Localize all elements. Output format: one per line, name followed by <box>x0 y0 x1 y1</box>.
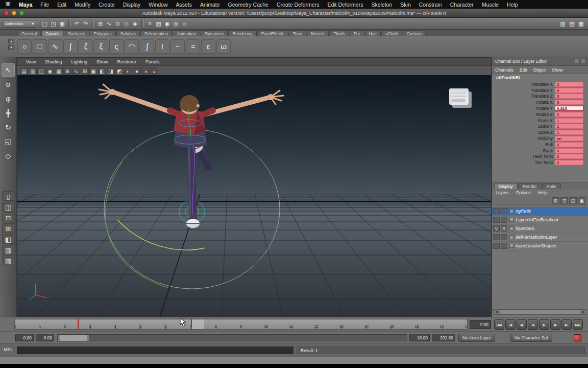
viewport-menu-panels[interactable]: Panels <box>141 59 164 64</box>
shelf-tab-deformation[interactable]: Deformation <box>140 30 172 36</box>
film-gate-icon[interactable]: ▣ <box>89 67 97 75</box>
channel-box-menu-object[interactable]: Object <box>530 67 549 73</box>
step-back-frame-button[interactable]: |◀ <box>505 319 516 330</box>
move-tool-icon[interactable]: ╋ <box>2 106 15 120</box>
channel-value[interactable]: 0 <box>555 100 583 105</box>
layer-color-swatch[interactable] <box>509 218 513 222</box>
layout-four-pane-icon[interactable]: ⊞ <box>2 223 14 233</box>
shelf-tab-toon[interactable]: Toon <box>289 30 306 36</box>
last-tool-icon[interactable]: ◇ <box>2 149 15 163</box>
shelf-tab-general[interactable]: General <box>17 30 41 36</box>
make-live-icon[interactable]: ◈ <box>131 19 139 28</box>
tool-settings-toggle-icon[interactable]: ▤ <box>568 19 576 28</box>
layout-single-pane-icon[interactable]: ▯ <box>2 191 14 201</box>
play-forwards-button[interactable]: ▶ <box>539 319 549 330</box>
construction-history-icon[interactable]: ≡ <box>145 19 154 28</box>
grid-toggle-icon[interactable]: ⊞ <box>81 67 89 75</box>
shelf-tab-polygons[interactable]: Polygons <box>90 30 116 36</box>
layer-visibility-toggle[interactable] <box>493 217 500 223</box>
menu-edit[interactable]: Edit <box>53 2 70 8</box>
new-empty-layer-icon[interactable]: ⊞ <box>552 197 559 204</box>
layer-row[interactable]: delForMalcolmLayer <box>492 233 588 242</box>
current-time-field[interactable]: 7.00 <box>470 320 491 329</box>
command-language-toggle[interactable]: MEL <box>4 347 13 352</box>
render-view-icon[interactable]: ▤ <box>154 19 163 28</box>
menu-modify[interactable]: Modify <box>70 2 94 8</box>
snap-to-grid-icon[interactable]: ⊞ <box>96 19 105 28</box>
menu-maya[interactable]: Maya <box>15 2 36 8</box>
shelf-tab-dynamics[interactable]: Dynamics <box>201 30 228 36</box>
step-forward-key-button[interactable]: |▶ <box>550 319 560 330</box>
layer-visibility-toggle[interactable]: V <box>493 225 500 232</box>
render-settings-icon[interactable]: ☼ <box>180 19 189 28</box>
channel-value[interactable]: 1 <box>555 130 583 135</box>
layer-tab-display[interactable]: Display <box>494 183 518 189</box>
channel-value[interactable]: on <box>555 136 583 141</box>
channel-value[interactable]: 1 <box>555 124 583 129</box>
layer-type-toggle[interactable] <box>501 234 507 240</box>
layer-tab-anim[interactable]: Anim <box>542 183 561 189</box>
menu-edit-deformers[interactable]: Edit Deformers <box>323 2 367 8</box>
layer-row[interactable]: LayerdelForBreakout <box>492 216 588 224</box>
layer-row[interactable]: layerLocatorShapes <box>492 242 588 250</box>
viewport-menu-shading[interactable]: Shading <box>40 59 66 64</box>
shelf-tab-hair[interactable]: Hair <box>365 30 381 36</box>
layer-menu-layers[interactable]: Layers <box>492 190 512 195</box>
resolution-gate-icon[interactable]: ◧ <box>98 67 106 75</box>
ep-curve-tool-icon[interactable]: ʃ <box>63 39 78 54</box>
channel-box-menu-show[interactable]: Show <box>549 67 566 73</box>
panel-close-icon[interactable] <box>581 59 586 64</box>
bezier-curve-tool-icon[interactable]: ζ <box>79 39 93 54</box>
snap-to-curve-icon[interactable]: ∿ <box>105 19 113 28</box>
step-back-key-button[interactable]: ◀| <box>517 319 527 330</box>
menu-character[interactable]: Character <box>446 2 478 8</box>
layer-tab-render[interactable]: Render <box>518 183 542 189</box>
layer-menu-options[interactable]: Options <box>512 190 534 195</box>
new-anim-layer-from-selected-icon[interactable]: ▣ <box>578 197 585 204</box>
menu-display[interactable]: Display <box>119 2 144 8</box>
detach-curves-icon[interactable]: ≀ <box>155 39 169 54</box>
scroll-left-icon[interactable]: ◀ <box>494 310 499 314</box>
shelf-next-icon[interactable]: ▼ <box>8 45 14 50</box>
layout-two-side-icon[interactable]: ◫ <box>2 202 14 212</box>
shelf-prev-icon[interactable]: ▲ <box>8 39 14 43</box>
layer-type-toggle[interactable] <box>501 217 507 223</box>
gate-mask-icon[interactable]: ◨ <box>107 67 115 75</box>
snap-to-point-icon[interactable]: ⊙ <box>113 19 122 28</box>
channel-value[interactable]: 0 <box>555 154 583 159</box>
channel-box-menu-edit[interactable]: Edit <box>517 67 530 73</box>
bookmark-icon[interactable]: ◉ <box>46 67 54 75</box>
channel-box-toggle-icon[interactable]: ▦ <box>577 19 585 28</box>
channel-value[interactable]: 0 <box>555 112 583 117</box>
scrollbar-thumb[interactable] <box>500 310 580 314</box>
channel-value[interactable]: 0 <box>555 142 583 147</box>
shelf-tab-ncloth[interactable]: nCloth <box>381 30 402 36</box>
extend-curve-icon[interactable]: ≈ <box>186 39 200 54</box>
layer-menu-help[interactable]: Help <box>534 190 550 195</box>
channel-value[interactable]: 0 <box>555 88 583 93</box>
insert-knot-icon[interactable]: ~ <box>170 39 185 54</box>
shelf-tab-fluids[interactable]: Fluids <box>329 30 349 36</box>
new-anim-layer-icon[interactable]: ◫ <box>569 197 577 204</box>
shelf-tab-painteffects[interactable]: PaintEffects <box>257 30 288 36</box>
close-window-icon[interactable] <box>4 11 9 15</box>
snap-to-plane-icon[interactable]: ◇ <box>122 19 131 28</box>
render-current-frame-icon[interactable]: ◉ <box>163 19 172 28</box>
menu-skeleton[interactable]: Skeleton <box>367 2 396 8</box>
play-backwards-button[interactable]: ◀ <box>528 319 538 330</box>
step-forward-frame-button[interactable]: ▶| <box>561 319 572 330</box>
menu-create-deformers[interactable]: Create Deformers <box>273 2 323 8</box>
go-to-end-button[interactable]: ▶▶| <box>573 319 583 330</box>
current-frame-marker[interactable] <box>191 319 204 329</box>
channel-value[interactable]: 0 <box>555 82 583 87</box>
menu-animate[interactable]: Animate <box>196 2 224 8</box>
range-slider-handle[interactable] <box>58 335 89 341</box>
attribute-editor-toggle-icon[interactable]: ▥ <box>558 19 567 28</box>
menu-constrain[interactable]: Constrain <box>415 2 446 8</box>
menu-set-selector[interactable]: Animation ▾ <box>3 20 36 28</box>
menu-create[interactable]: Create <box>94 2 119 8</box>
playback-end-field[interactable]: 18.00 <box>409 334 430 341</box>
scale-tool-icon[interactable]: ◱ <box>2 135 15 148</box>
viewport-menu-lighting[interactable]: Lighting <box>66 59 92 64</box>
lasso-select-tool-icon[interactable]: σ <box>2 78 15 91</box>
